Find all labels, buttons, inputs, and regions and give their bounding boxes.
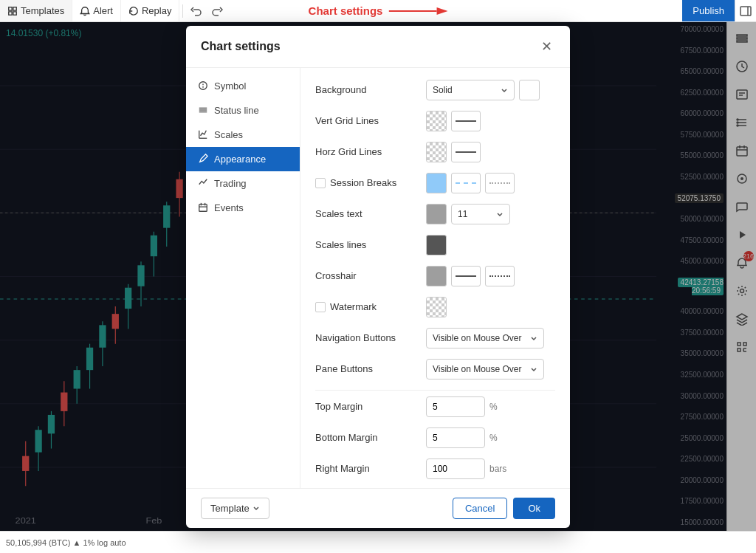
vert-grid-lines-setting: Vert Grid Lines bbox=[315, 111, 555, 131]
scales-text-color-swatch[interactable] bbox=[426, 204, 447, 224]
watermark-checkbox-wrap[interactable]: Watermark bbox=[315, 301, 426, 312]
modal-title: Chart settings bbox=[201, 40, 281, 53]
nav-item-status-line[interactable]: Status line bbox=[186, 98, 300, 123]
modal-nav: Symbol Status line Scales Appearance Tra… bbox=[186, 68, 300, 488]
vert-grid-color-swatch[interactable] bbox=[426, 111, 447, 131]
bottom-margin-setting: Bottom Margin % bbox=[315, 427, 555, 448]
toolbar-divider-1 bbox=[182, 4, 183, 18]
background-type-select[interactable]: Solid bbox=[426, 80, 515, 100]
session-breaks-checkbox-wrap[interactable]: Session Breaks bbox=[315, 177, 426, 188]
horz-grid-line-style[interactable] bbox=[451, 142, 481, 162]
modal-close-button[interactable]: ✕ bbox=[537, 38, 555, 55]
nav-item-events[interactable]: Events bbox=[186, 196, 300, 220]
session-breaks-line-style-2[interactable] bbox=[485, 173, 515, 193]
bottom-margin-label: Bottom Margin bbox=[315, 432, 426, 443]
session-breaks-label: Session Breaks bbox=[330, 177, 396, 188]
right-panel-toggle[interactable] bbox=[735, 0, 756, 21]
publish-button[interactable]: Publish bbox=[682, 0, 735, 21]
top-margin-unit: % bbox=[489, 402, 498, 412]
session-breaks-checkbox[interactable] bbox=[315, 178, 326, 188]
svg-marker-5 bbox=[436, 7, 447, 15]
modal-content: Background Solid Vert Grid Lines bbox=[300, 68, 570, 488]
scales-text-label: Scales text bbox=[315, 208, 426, 219]
bottom-bar: 50,105,994 (BTC) ▲ 1% log auto bbox=[0, 531, 756, 553]
background-label: Background bbox=[315, 84, 426, 95]
redo-button[interactable] bbox=[207, 0, 227, 21]
top-margin-label: Top Margin bbox=[315, 401, 426, 412]
scales-text-setting: Scales text 11 bbox=[315, 204, 555, 224]
svg-rect-0 bbox=[9, 7, 12, 10]
watermark-setting: Watermark bbox=[315, 297, 555, 317]
crosshair-color-swatch[interactable] bbox=[426, 266, 447, 286]
bottom-margin-unit: % bbox=[489, 433, 498, 443]
templates-button[interactable]: Templates bbox=[0, 0, 72, 21]
right-margin-unit: bars bbox=[489, 464, 506, 474]
svg-rect-6 bbox=[740, 7, 751, 16]
vert-grid-lines-label: Vert Grid Lines bbox=[315, 115, 426, 126]
ok-button[interactable]: Ok bbox=[513, 498, 555, 519]
svg-point-112 bbox=[199, 82, 207, 90]
modal-footer: Template Cancel Ok bbox=[186, 488, 570, 528]
annotation-arrow bbox=[388, 4, 447, 18]
right-margin-label: Right Margin bbox=[315, 463, 426, 474]
crosshair-line-style[interactable] bbox=[451, 266, 481, 286]
session-breaks-setting: Session Breaks bbox=[315, 173, 555, 193]
chart-settings-annotation: Chart settings bbox=[309, 4, 383, 17]
crosshair-setting: Crosshair bbox=[315, 266, 555, 286]
pane-buttons-label: Pane Buttons bbox=[315, 363, 426, 374]
navigation-buttons-label: Navigation Buttons bbox=[315, 332, 426, 343]
modal-overlay: Chart settings ✕ Symbol Status line Scal… bbox=[0, 22, 756, 531]
background-color-swatch[interactable] bbox=[519, 80, 540, 100]
session-breaks-color-swatch[interactable] bbox=[426, 173, 447, 193]
top-margin-input[interactable] bbox=[426, 396, 485, 417]
right-margin-setting: Right Margin bars bbox=[315, 458, 555, 479]
bottom-margin-input[interactable] bbox=[426, 427, 485, 448]
scales-lines-label: Scales lines bbox=[315, 239, 426, 250]
undo-button[interactable] bbox=[186, 0, 207, 21]
modal-header: Chart settings ✕ bbox=[186, 26, 570, 68]
nav-item-trading[interactable]: Trading bbox=[186, 171, 300, 196]
session-breaks-line-style-1[interactable] bbox=[451, 173, 481, 193]
watermark-checkbox[interactable] bbox=[315, 302, 326, 312]
watermark-label: Watermark bbox=[330, 301, 377, 312]
main-toolbar: Templates Alert Replay Chart settings Pu… bbox=[0, 0, 756, 22]
horz-grid-lines-setting: Horz Grid Lines bbox=[315, 142, 555, 162]
horz-grid-color-swatch[interactable] bbox=[426, 142, 447, 162]
crosshair-line-style-2[interactable] bbox=[485, 266, 515, 286]
svg-rect-2 bbox=[9, 11, 12, 14]
template-button[interactable]: Template bbox=[201, 498, 269, 519]
navigation-buttons-setting: Navigation Buttons Visible on Mouse Over bbox=[315, 328, 555, 348]
crosshair-label: Crosshair bbox=[315, 270, 426, 281]
nav-item-symbol[interactable]: Symbol bbox=[186, 74, 300, 98]
scales-lines-setting: Scales lines bbox=[315, 235, 555, 255]
svg-rect-3 bbox=[13, 11, 16, 14]
horz-grid-lines-label: Horz Grid Lines bbox=[315, 146, 426, 157]
nav-item-appearance[interactable]: Appearance bbox=[186, 147, 300, 171]
bottom-info: 50,105,994 (BTC) ▲ 1% log auto bbox=[6, 538, 126, 547]
svg-rect-1 bbox=[13, 7, 16, 10]
pane-buttons-setting: Pane Buttons Visible on Mouse Over bbox=[315, 359, 555, 379]
modal-body: Symbol Status line Scales Appearance Tra… bbox=[186, 68, 570, 488]
cancel-button[interactable]: Cancel bbox=[453, 498, 507, 519]
navigation-buttons-select[interactable]: Visible on Mouse Over bbox=[426, 328, 544, 348]
watermark-color-swatch[interactable] bbox=[426, 297, 447, 317]
right-margin-input[interactable] bbox=[426, 458, 485, 479]
scales-lines-color-swatch[interactable] bbox=[426, 235, 447, 255]
footer-actions: Cancel Ok bbox=[453, 498, 555, 519]
svg-rect-118 bbox=[199, 205, 207, 212]
nav-item-scales[interactable]: Scales bbox=[186, 123, 300, 147]
pane-buttons-select[interactable]: Visible on Mouse Over bbox=[426, 359, 544, 379]
top-margin-setting: Top Margin % bbox=[315, 396, 555, 417]
replay-button[interactable]: Replay bbox=[121, 0, 179, 21]
chart-settings-modal: Chart settings ✕ Symbol Status line Scal… bbox=[186, 26, 570, 528]
background-setting: Background Solid bbox=[315, 80, 555, 100]
vert-grid-line-style[interactable] bbox=[451, 111, 481, 131]
alert-button[interactable]: Alert bbox=[72, 0, 121, 21]
scales-text-size-select[interactable]: 11 bbox=[451, 204, 510, 224]
